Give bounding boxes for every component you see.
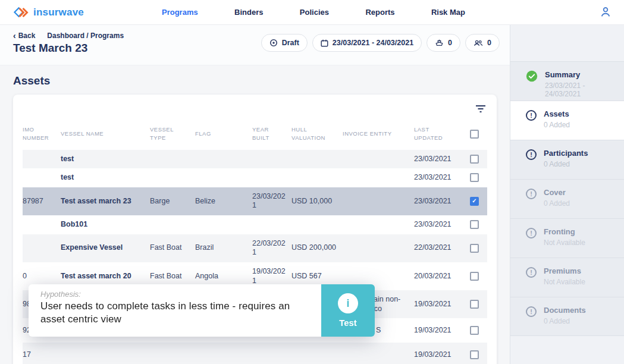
cell-type [150,215,195,234]
cell-imo: 87987 [23,187,61,215]
alert-circle-icon: ! [526,306,537,317]
insurwave-logo[interactable]: insurwave [13,7,84,18]
cell-hull: USD 10,000 [291,187,343,215]
sidebar-steps: Summary23/03/2021 - 24/03/2021!Assets0 A… [510,61,624,336]
date-range-button[interactable]: 23/03/2021 - 24/03/2021 [312,34,422,52]
table-row[interactable]: 1719/03/2021 [23,343,487,364]
cell-updated: 19/03/2021 [414,290,462,318]
row-checkbox[interactable] [470,300,479,309]
cell-name: test [61,168,150,187]
step-title: Cover [544,188,570,197]
cell-invoice [343,168,414,187]
step-subtitle: 0 Added [544,160,588,168]
cell-year: 22/03/2021 [252,234,291,262]
cell-hull [291,215,343,234]
row-checkbox[interactable] [470,326,479,335]
select-all-cell [462,118,487,150]
back-label: Back [18,32,36,40]
cell-updated: 23/03/2021 [414,187,462,215]
breadcrumb-path[interactable]: Dashboard / Programs [47,32,124,40]
table-row[interactable]: test23/03/2021 [23,168,487,187]
column-header-year-built: YEAR BUILT [252,118,291,150]
cell-name [61,343,150,364]
cell-name: Expensive Vessel [61,234,150,262]
account-icon[interactable] [599,5,612,21]
row-checkbox[interactable] [470,220,479,229]
nav-item-binders[interactable]: Binders [234,8,263,17]
sidebar-step-cover[interactable]: !Cover0 Added [510,179,624,218]
row-checkbox[interactable] [470,173,479,182]
status-badge[interactable]: Draft [261,34,308,52]
test-button-label: Test [339,318,357,328]
row-checkbox-cell [462,168,487,187]
hypothesis-card: Hypothesis: User needs to complete tasks… [29,284,321,337]
cell-type: Barge [150,187,195,215]
nav-item-policies[interactable]: Policies [300,8,329,17]
sidebar-step-premiums[interactable]: !PremiumsNot Available [510,258,624,297]
select-all-checkbox[interactable] [470,130,479,139]
alert-circle-icon: ! [526,228,537,239]
back-button[interactable]: ‹ Back [13,32,35,40]
vessel-count: 0 [448,39,452,47]
status-label: Draft [282,39,299,47]
alert-circle-icon: ! [526,267,537,278]
cell-hull: USD 200,000 [291,234,343,262]
row-checkbox-cell [462,234,487,262]
program-header: ‹ Back Dashboard / Programs Test March 2… [0,25,510,65]
step-subtitle: 0 Added [544,199,570,208]
nav-item-risk-map[interactable]: Risk Map [431,8,465,17]
cell-type [150,168,195,187]
step-subtitle: 0 Added [544,317,586,325]
cell-year [252,150,291,169]
column-header-last-updated: LAST UPDATED [414,118,462,150]
cell-type [150,343,195,364]
cell-updated: 22/03/2021 [414,234,462,262]
column-header-hull-valuation: HULL VALUATION [291,118,343,150]
step-title: Fronting [544,227,585,236]
step-title: Premiums [544,266,585,275]
table-row[interactable]: Bob10123/03/2021 [23,215,487,234]
sidebar-step-documents[interactable]: !Documents0 Added [510,297,624,336]
column-header-vessel-type: VESSEL TYPE [150,118,195,150]
row-checkbox-cell [462,318,487,343]
step-subtitle: Not Available [544,278,585,286]
top-navigation-bar: insurwave ProgramsBindersPoliciesReports… [0,0,624,25]
test-button[interactable]: i Test [321,284,375,337]
row-checkbox[interactable] [470,197,479,206]
insurwave-logo-icon [13,7,29,18]
row-checkbox[interactable] [470,350,479,359]
cell-invoice [343,150,414,169]
nav-item-programs[interactable]: Programs [162,8,198,17]
row-checkbox-cell [462,215,487,234]
cell-updated: 19/03/2021 [414,343,462,364]
table-row[interactable]: test23/03/2021 [23,150,487,169]
table-row[interactable]: Expensive VesselFast BoatBrazil22/03/202… [23,234,487,262]
step-subtitle: 0 Added [544,121,570,129]
program-steps-sidebar: Summary23/03/2021 - 24/03/2021!Assets0 A… [510,25,624,364]
sidebar-step-assets[interactable]: !Assets0 Added [510,101,624,140]
cell-hull [291,150,343,169]
cell-type: Fast Boat [150,234,195,262]
cell-year [252,168,291,187]
row-checkbox-cell [462,262,487,290]
nav-item-reports[interactable]: Reports [365,8,394,17]
cell-updated: 20/03/2021 [414,262,462,290]
row-checkbox[interactable] [470,272,479,281]
table-row[interactable]: 87987Test asset march 23BargeBelize23/03… [23,187,487,215]
vessel-count-badge[interactable]: 0 [427,34,460,52]
filter-icon[interactable] [475,104,486,114]
participant-count-badge[interactable]: 0 [465,34,500,52]
alert-circle-icon: ! [526,110,537,121]
sidebar-step-fronting[interactable]: !FrontingNot Available [510,218,624,258]
column-header-imo-number: IMO NUMBER [23,118,61,150]
row-checkbox-cell [462,187,487,215]
cell-invoice [343,215,414,234]
info-icon: i [338,293,358,313]
sidebar-step-summary[interactable]: Summary23/03/2021 - 24/03/2021 [510,61,624,101]
row-checkbox[interactable] [470,244,479,253]
hypothesis-text: User needs to complete tasks in less tim… [40,300,309,327]
cell-type [150,150,195,169]
row-checkbox[interactable] [470,155,479,164]
sidebar-step-participants[interactable]: !Participants0 Added [510,140,624,179]
alert-circle-icon: ! [526,149,537,160]
